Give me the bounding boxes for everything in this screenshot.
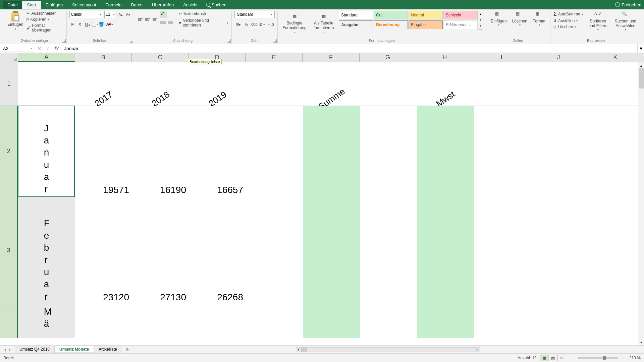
fill-button[interactable]: ⬇Ausfüllen▾ (553, 18, 584, 23)
cell-i4[interactable] (474, 304, 531, 338)
increase-font-button[interactable]: A▴ (118, 11, 124, 18)
col-header-i[interactable]: I (473, 53, 530, 62)
cut-button[interactable]: ✂Ausschneiden (26, 11, 63, 16)
increase-decimal-button[interactable]: .0→ (259, 21, 266, 28)
row-header-2[interactable]: 2 (0, 106, 18, 197)
decrease-decimal-button[interactable]: ←.0 (267, 21, 274, 28)
sheet-tab-umsatz-monate[interactable]: Umsatz Monate (55, 346, 94, 353)
zoom-out-button[interactable]: − (570, 356, 575, 360)
cell-h3[interactable] (417, 197, 474, 304)
decrease-indent-button[interactable] (160, 19, 166, 25)
conditional-formatting-button[interactable]: ▦ Bedingte Formatierung▾ (280, 11, 308, 35)
gallery-up-button[interactable]: ▴ (478, 11, 483, 17)
add-sheet-button[interactable]: ⊕ (122, 346, 132, 353)
tab-daten[interactable]: Daten (126, 1, 147, 9)
italic-button[interactable]: K (77, 21, 84, 27)
tab-formeln[interactable]: Formeln (101, 1, 126, 9)
autosum-button[interactable]: ΣAutoSumme▾ (553, 11, 584, 17)
copy-button[interactable]: ⎘Kopieren▾ (26, 17, 63, 22)
sheet-nav-last[interactable]: ▸ (9, 347, 11, 352)
col-header-a[interactable]: A (18, 53, 75, 62)
increase-indent-button[interactable] (167, 19, 174, 25)
hscroll-thumb[interactable] (301, 348, 307, 352)
cell-j1[interactable] (531, 62, 588, 106)
align-top-button[interactable] (137, 11, 144, 17)
merge-center-button[interactable]: ⬌Verbinden und zentrieren▾ (178, 17, 229, 28)
fill-color-button[interactable]: 🪣▾ (99, 21, 106, 27)
share-button[interactable]: Freigeben (615, 2, 641, 7)
cell-d4[interactable] (189, 304, 246, 338)
cell-j4[interactable] (531, 304, 588, 338)
cell-i1[interactable] (474, 62, 531, 106)
format-as-table-button[interactable]: ▦ Als Tabelle formatieren▾ (310, 11, 338, 35)
orientation-button[interactable] (160, 11, 167, 18)
cell-a2[interactable]: Januar (18, 106, 75, 197)
page-break-view-button[interactable]: ▭ (557, 355, 566, 361)
format-painter-button[interactable]: 🖌Format übertragen (26, 23, 63, 33)
style-berechnung[interactable]: Berechnung (374, 20, 408, 29)
zoom-slider[interactable] (578, 357, 618, 359)
font-color-button[interactable]: A▾ (106, 21, 113, 27)
tab-start[interactable]: Start (22, 1, 41, 9)
cell-h4[interactable] (417, 304, 474, 338)
tab-seitenlayout[interactable]: Seitenlayout (67, 1, 101, 9)
scroll-down-button[interactable]: ▾ (638, 339, 644, 345)
clear-button[interactable]: ◇Löschen▾ (553, 24, 584, 29)
cell-g3[interactable] (360, 197, 417, 304)
cell-e2[interactable] (246, 106, 303, 197)
select-all-corner[interactable] (0, 53, 18, 62)
cell-d2[interactable]: 16657 (189, 106, 246, 197)
zoom-level[interactable]: 210 % (629, 356, 641, 360)
cell-c2[interactable]: 16190 (132, 106, 189, 197)
horizontal-scrollbar[interactable]: ◂ ▸ (132, 347, 644, 352)
expand-formula-bar-button[interactable]: ▾ (637, 44, 644, 53)
cell-b3[interactable]: 23120 (75, 197, 132, 304)
vertical-scrollbar[interactable]: ▴ ▾ (638, 62, 644, 345)
cell-a4[interactable]: Mä (18, 304, 75, 338)
cell-f1[interactable]: Summe (303, 62, 360, 106)
col-header-b[interactable]: B (75, 53, 132, 62)
cell-i3[interactable] (474, 197, 531, 304)
borders-button[interactable]: ▾ (92, 21, 98, 27)
scroll-thumb[interactable] (639, 68, 644, 88)
cells-area[interactable]: 2017 2018 2019 Summe Mwst Januar 19571 1… (18, 62, 644, 337)
style-gut[interactable]: Gut (374, 11, 408, 19)
cell-c3[interactable]: 27130 (132, 197, 189, 304)
find-select-button[interactable]: 🔍Suchen und Auswählen▾ (612, 11, 639, 32)
align-right-button[interactable] (152, 17, 158, 23)
align-middle-button[interactable] (144, 11, 151, 17)
cell-k4[interactable] (588, 304, 644, 338)
tell-me-search[interactable]: Suchen (206, 1, 226, 9)
wrap-text-button[interactable]: ↩Textumbruch (178, 11, 229, 17)
percent-format-button[interactable]: % (243, 21, 250, 28)
cell-b4[interactable] (75, 304, 132, 338)
sort-filter-button[interactable]: A↓ZSortieren und Filtern▾ (585, 11, 611, 32)
dialog-launcher[interactable] (227, 39, 231, 43)
paste-button[interactable]: Einfügen ▾ (5, 11, 25, 32)
gallery-down-button[interactable]: ▾ (478, 17, 483, 23)
dialog-launcher[interactable] (130, 39, 133, 43)
cell-e4[interactable] (246, 304, 303, 338)
row-header-4[interactable] (0, 304, 18, 338)
cell-k1[interactable] (588, 62, 644, 106)
underline-button[interactable]: U▾ (84, 21, 91, 27)
cell-g4[interactable] (360, 304, 417, 338)
bold-button[interactable]: F (69, 21, 76, 27)
cell-e1[interactable] (246, 62, 303, 106)
normal-view-button[interactable]: ▦ (540, 355, 549, 361)
cell-a3[interactable]: Februar (18, 197, 75, 304)
dialog-launcher[interactable] (62, 39, 66, 43)
col-header-h[interactable]: H (416, 53, 473, 62)
format-cells-button[interactable]: ▦Format▾ (531, 11, 547, 27)
cell-b2[interactable]: 19571 (75, 106, 132, 197)
style-standard[interactable]: Standard (339, 11, 373, 19)
sheet-nav-first[interactable]: ◂ (4, 347, 6, 352)
cell-d3[interactable]: 26268 (189, 197, 246, 304)
insert-cells-button[interactable]: ▦Einfügen▾ (489, 11, 508, 27)
cell-f4[interactable] (303, 304, 360, 338)
delete-cells-button[interactable]: ▦Löschen▾ (510, 11, 529, 27)
col-header-k[interactable]: K (587, 53, 644, 62)
cell-h1[interactable]: Mwst (417, 62, 474, 106)
col-header-f[interactable]: F (303, 53, 360, 62)
style-neutral[interactable]: Neutral (409, 11, 443, 19)
